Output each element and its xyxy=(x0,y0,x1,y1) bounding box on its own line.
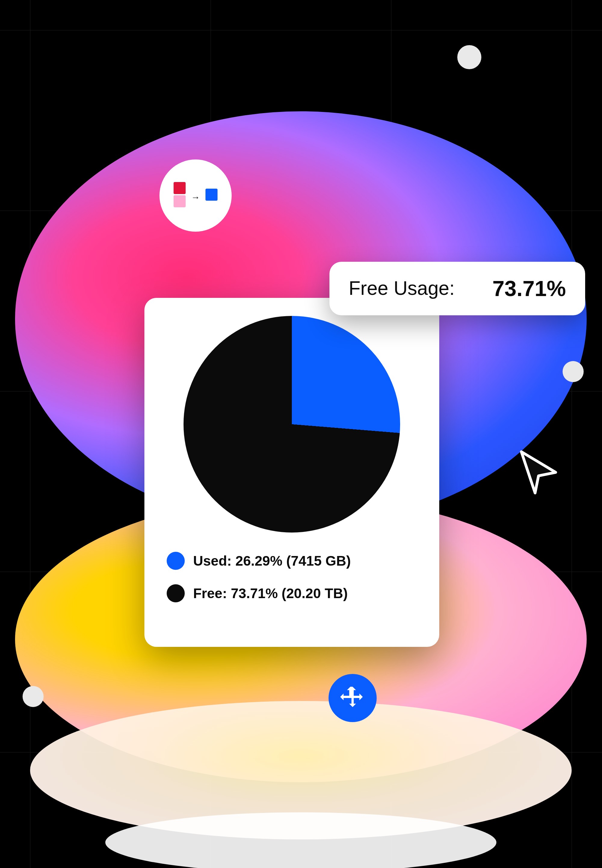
arrow-right-icon: → xyxy=(191,192,200,203)
tooltip-value: 73.71% xyxy=(493,276,566,301)
legend-item-free: Free: 73.71% (20.20 TB) xyxy=(166,577,418,610)
decorative-dot xyxy=(23,686,44,707)
legend-swatch-free-icon xyxy=(167,584,185,602)
transition-badge: → xyxy=(160,160,232,232)
legend-swatch-used-icon xyxy=(167,552,185,570)
decorative-dot xyxy=(563,361,584,382)
move-handle[interactable] xyxy=(329,674,377,722)
square-pink-icon xyxy=(174,195,186,207)
chart-tooltip: Free Usage: 73.71% xyxy=(329,262,585,315)
legend-item-used: Used: 26.29% (7415 GB) xyxy=(166,545,418,577)
tooltip-label: Free Usage: xyxy=(349,277,481,300)
legend-label-free: Free: 73.71% (20.20 TB) xyxy=(193,585,348,601)
bg-ellipse-white-base xyxy=(105,812,496,868)
legend-label-used: Used: 26.29% (7415 GB) xyxy=(193,553,351,569)
decorative-dot xyxy=(457,45,481,69)
storage-pie-chart[interactable] xyxy=(184,316,400,533)
storage-usage-card: Used: 26.29% (7415 GB) Free: 73.71% (20.… xyxy=(144,298,439,647)
square-red-icon xyxy=(174,182,186,194)
move-icon xyxy=(339,684,366,711)
cursor-pointer-icon xyxy=(518,448,560,496)
transition-icon: → xyxy=(173,182,218,209)
chart-legend: Used: 26.29% (7415 GB) Free: 73.71% (20.… xyxy=(166,545,418,610)
square-blue-icon xyxy=(206,189,218,201)
